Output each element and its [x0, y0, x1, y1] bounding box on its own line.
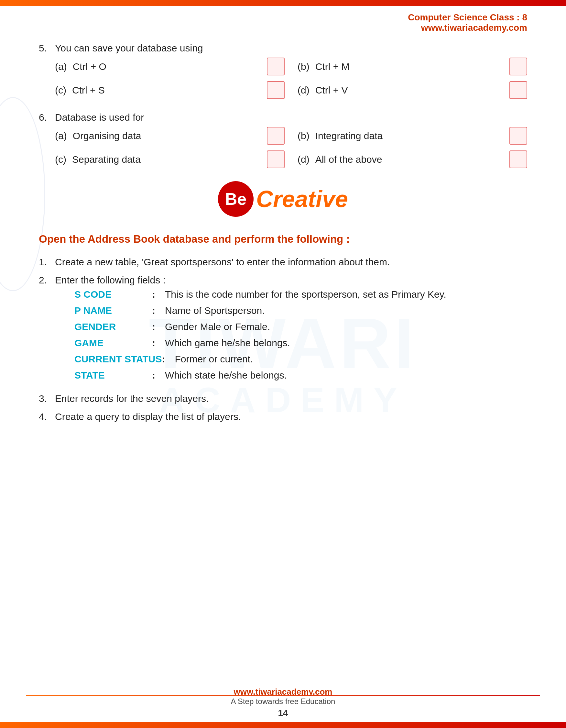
field-scode-colon: : — [152, 289, 165, 300]
bottom-bar — [0, 722, 566, 728]
task-3-text: Enter records for the seven players. — [55, 393, 527, 404]
field-game-name: GAME — [74, 337, 152, 348]
q5-text-c: Ctrl + S — [72, 85, 261, 96]
field-currentstatus-name: CURRENT STATUS — [74, 354, 162, 365]
question-5-row: 5. You can save your database using — [39, 43, 527, 54]
header-url: www.tiwariacademy.com — [0, 23, 527, 33]
q5-label-d: (d) — [297, 85, 309, 96]
field-gender-colon: : — [152, 321, 165, 332]
q6-option-a: (a) Organising data — [55, 127, 284, 145]
q5-options-grid: (a) Ctrl + O (b) Ctrl + M (c) Ctrl + S (… — [55, 58, 527, 99]
q6-label-d: (d) — [297, 154, 309, 165]
question-6-row: 6. Database is used for — [39, 112, 527, 123]
field-pname-desc: Name of Sportsperson. — [165, 305, 527, 316]
field-gender-desc: Gender Male or Female. — [165, 321, 527, 332]
q5-answer-box-d[interactable] — [509, 81, 527, 99]
field-pname-colon: : — [152, 305, 165, 316]
q6-text: Database is used for — [55, 112, 144, 123]
field-state-colon: : — [152, 370, 165, 381]
task-2: 2. Enter the following fields : S CODE :… — [39, 275, 527, 386]
field-currentstatus-desc: Former or current. — [175, 354, 527, 365]
field-pname-name: P NAME — [74, 305, 152, 316]
section-heading: Open the Address Book database and perfo… — [39, 233, 527, 245]
field-state: STATE : Which state he/she belongs. — [74, 370, 527, 381]
question-6-block: 6. Database is used for (a) Organising d… — [39, 112, 527, 168]
q5-option-d: (d) Ctrl + V — [297, 81, 527, 99]
question-5-block: 5. You can save your database using (a) … — [39, 43, 527, 99]
main-content: 5. You can save your database using (a) … — [0, 33, 566, 449]
task-3: 3. Enter records for the seven players. — [39, 393, 527, 404]
q5-answer-box-a[interactable] — [267, 58, 284, 75]
q5-text: You can save your database using — [55, 43, 203, 54]
footer-url: www.tiwariacademy.com — [0, 687, 566, 697]
page-footer: www.tiwariacademy.com A Step towards fre… — [0, 687, 566, 718]
q5-text-d: Ctrl + V — [315, 85, 504, 96]
q6-label-b: (b) — [297, 130, 309, 141]
q5-option-a: (a) Ctrl + O — [55, 58, 284, 75]
field-state-desc: Which state he/she belongs. — [165, 370, 527, 381]
task-4-number: 4. — [39, 411, 55, 422]
field-game-desc: Which game he/she belongs. — [165, 337, 527, 348]
q6-option-d: (d) All of the above — [297, 150, 527, 168]
task-list: 1. Create a new table, 'Great sportspers… — [39, 257, 527, 422]
field-game: GAME : Which game he/she belongs. — [74, 337, 527, 348]
q5-label-b: (b) — [297, 61, 309, 72]
q6-number: 6. — [39, 112, 55, 123]
q6-text-d: All of the above — [315, 154, 504, 165]
page-number: 14 — [0, 708, 566, 718]
field-state-name: STATE — [74, 370, 152, 381]
q6-option-b: (b) Integrating data — [297, 127, 527, 145]
q6-answer-box-b[interactable] — [509, 127, 527, 145]
footer-tagline: A Step towards free Education — [0, 697, 566, 706]
field-game-colon: : — [152, 337, 165, 348]
be-circle: Be — [218, 181, 254, 217]
task-4: 4. Create a query to display the list of… — [39, 411, 527, 422]
field-gender: GENDER : Gender Male or Female. — [74, 321, 527, 332]
q6-label-c: (c) — [55, 154, 66, 165]
q5-text-b: Ctrl + M — [315, 61, 504, 72]
task-4-text: Create a query to display the list of pl… — [55, 411, 527, 422]
field-scode-desc: This is the code number for the sportspe… — [165, 289, 527, 300]
task-1-text: Create a new table, 'Great sportspersons… — [55, 257, 527, 268]
q6-options-grid: (a) Organising data (b) Integrating data… — [55, 127, 527, 168]
creative-text: Creative — [256, 186, 348, 212]
q5-label-a: (a) — [55, 61, 67, 72]
field-scode: S CODE : This is the code number for the… — [74, 289, 527, 300]
q6-label-a: (a) — [55, 130, 67, 141]
q6-text-b: Integrating data — [315, 130, 504, 141]
header-title: Computer Science Class : 8 — [0, 12, 527, 23]
field-scode-name: S CODE — [74, 289, 152, 300]
q5-label-c: (c) — [55, 85, 66, 96]
top-bar — [0, 0, 566, 6]
q6-text-c: Separating data — [72, 154, 261, 165]
task-3-number: 3. — [39, 393, 55, 404]
task-1-number: 1. — [39, 257, 55, 268]
q5-text-a: Ctrl + O — [73, 61, 261, 72]
q6-answer-box-c[interactable] — [267, 150, 284, 168]
q6-answer-box-d[interactable] — [509, 150, 527, 168]
field-currentstatus: CURRENT STATUS : Former or current. — [74, 354, 527, 365]
q5-option-c: (c) Ctrl + S — [55, 81, 284, 99]
page-header: Computer Science Class : 8 www.tiwariaca… — [0, 6, 566, 33]
field-gender-name: GENDER — [74, 321, 152, 332]
q6-answer-box-a[interactable] — [267, 127, 284, 145]
q5-number: 5. — [39, 43, 55, 54]
q5-option-b: (b) Ctrl + M — [297, 58, 527, 75]
field-pname: P NAME : Name of Sportsperson. — [74, 305, 527, 316]
q6-text-a: Organising data — [73, 130, 261, 141]
task-1: 1. Create a new table, 'Great sportspers… — [39, 257, 527, 268]
q5-answer-box-c[interactable] — [267, 81, 284, 99]
task-2-text: Enter the following fields : — [55, 275, 166, 285]
fields-table: S CODE : This is the code number for the… — [74, 289, 527, 381]
task-2-number: 2. — [39, 275, 55, 286]
q6-option-c: (c) Separating data — [55, 150, 284, 168]
be-creative-banner: Be Creative — [39, 181, 527, 217]
field-currentstatus-colon: : — [162, 354, 175, 365]
q5-answer-box-b[interactable] — [509, 58, 527, 75]
